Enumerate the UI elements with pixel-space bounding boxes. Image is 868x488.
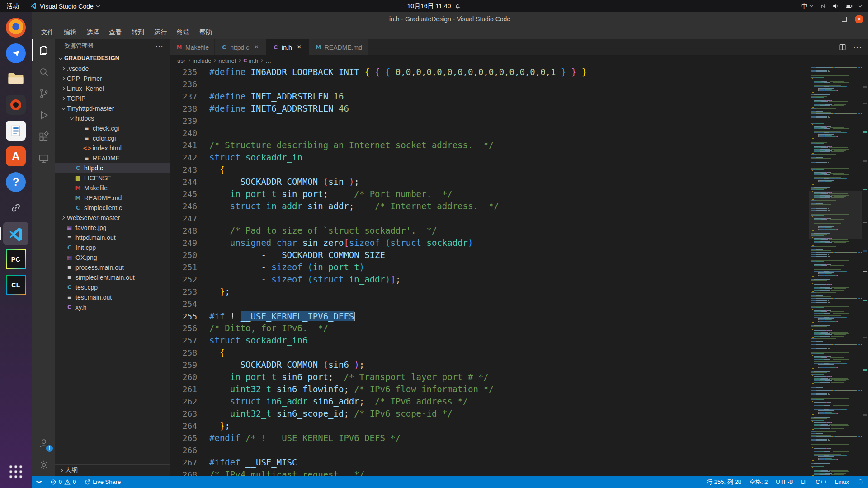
- settings-icon[interactable]: [32, 454, 55, 476]
- code-line-262[interactable]: 262 struct in6_addr sin6_addr; /* IPv6 a…: [170, 395, 809, 408]
- code-line-242[interactable]: 242struct sockaddr_in: [170, 151, 809, 164]
- language-mode[interactable]: C++: [811, 476, 831, 488]
- breadcrumb-item-2[interactable]: netinet: [218, 57, 236, 64]
- menubar-item-2[interactable]: 选择: [81, 26, 104, 39]
- code-line-240[interactable]: 240: [170, 127, 809, 139]
- maximize-button-icon[interactable]: [842, 17, 847, 22]
- tab-README.md[interactable]: MREADME.md: [309, 39, 368, 55]
- tree-item-OX.png[interactable]: ▦OX.png: [55, 253, 170, 263]
- breadcrumb-item-3[interactable]: Cin.h: [243, 57, 258, 64]
- tree-item-simpleclient.c[interactable]: Csimpleclient.c: [55, 203, 170, 213]
- files-icon[interactable]: [3, 67, 28, 91]
- run-debug-icon[interactable]: [32, 104, 55, 126]
- remote-explorer-icon[interactable]: [32, 148, 55, 169]
- tree-item-TCPIP[interactable]: TCPIP: [55, 94, 170, 103]
- code-line-241[interactable]: 241/* Structure describing an Internet s…: [170, 139, 809, 151]
- menubar-item-3[interactable]: 查看: [104, 26, 127, 39]
- volume-icon[interactable]: [832, 2, 840, 10]
- code-line-264[interactable]: 264 };: [170, 420, 809, 432]
- media-player-icon[interactable]: [3, 93, 28, 117]
- tree-item-Makefile[interactable]: MMakefile: [55, 183, 170, 193]
- tree-item-test.main.out[interactable]: ≡test.main.out: [55, 292, 170, 302]
- code-line-247[interactable]: 247: [170, 212, 809, 225]
- tree-item-Linux_Kernel[interactable]: Linux_Kernel: [55, 84, 170, 94]
- messenger-icon[interactable]: [3, 42, 28, 65]
- focused-app-menu[interactable]: Visual Studio Code: [25, 0, 105, 12]
- remote-button[interactable]: [32, 476, 46, 488]
- menubar-item-4[interactable]: 转到: [127, 26, 149, 39]
- code-line-258[interactable]: 258 {: [170, 347, 809, 359]
- network-icon[interactable]: [819, 2, 827, 10]
- more-actions-icon[interactable]: [156, 43, 164, 50]
- code-line-255[interactable]: 255#if ! __USE_KERNEL_IPV6_DEFS: [170, 310, 809, 322]
- code-line-252[interactable]: 252 - sizeof (struct in_addr)];: [170, 273, 809, 286]
- code-line-266[interactable]: 266: [170, 444, 809, 456]
- code-line-259[interactable]: 259 __SOCKADDR_COMMON (sin6_);: [170, 359, 809, 371]
- firefox-icon[interactable]: [3, 16, 28, 39]
- tree-item-xy.h[interactable]: Cxy.h: [55, 302, 170, 312]
- minimap[interactable]: [809, 66, 862, 476]
- editor-more-actions-icon[interactable]: [854, 43, 863, 52]
- tree-item-WebServer-master[interactable]: WebServer-master: [55, 213, 170, 223]
- system-menu-chevron-icon[interactable]: [859, 4, 863, 8]
- eol[interactable]: LF: [797, 476, 811, 488]
- clion-icon[interactable]: CL: [3, 273, 28, 297]
- code-line-238[interactable]: 238#define INET6_ADDRSTRLEN 46: [170, 103, 809, 115]
- tab-Makefile[interactable]: MMakefile: [170, 39, 215, 55]
- live-share-button[interactable]: Live Share: [80, 476, 125, 488]
- libreoffice-writer-icon[interactable]: [3, 119, 28, 142]
- code-line-236[interactable]: 236: [170, 78, 809, 90]
- tree-item-httpd.main.out[interactable]: ≡httpd.main.out: [55, 233, 170, 243]
- code-line-260[interactable]: 260 in_port_t sin6_port; /* Transport la…: [170, 371, 809, 383]
- os-indicator[interactable]: Linux: [831, 476, 853, 488]
- source-control-icon[interactable]: [32, 83, 55, 104]
- help-icon[interactable]: [3, 170, 28, 194]
- tree-item-process.main.out[interactable]: ≡process.main.out: [55, 263, 170, 272]
- code-line-249[interactable]: 249 unsigned char sin_zero[sizeof (struc…: [170, 237, 809, 249]
- code-line-267[interactable]: 267#ifdef __USE_MISC: [170, 456, 809, 469]
- tree-item-check.cgi[interactable]: ≡check.cgi: [55, 123, 170, 133]
- split-editor-icon[interactable]: [839, 43, 846, 51]
- code-line-246[interactable]: 246 struct in_addr sin_addr; /* Internet…: [170, 200, 809, 212]
- clock[interactable]: 10月16日 11:40: [407, 0, 461, 12]
- input-method-indicator[interactable]: 中: [801, 2, 814, 10]
- tree-item-httpd.c[interactable]: Chttpd.c: [55, 163, 170, 173]
- titlebar[interactable]: in.h - GraduateDesign - Visual Studio Co…: [32, 12, 868, 26]
- breadcrumb-item-4[interactable]: …: [265, 57, 271, 64]
- outline-section-header[interactable]: 大纲: [55, 464, 170, 476]
- tree-item-.vscode[interactable]: .vscode: [55, 64, 170, 74]
- search-icon[interactable]: [32, 61, 55, 83]
- code-line-243[interactable]: 243 {: [170, 164, 809, 176]
- activities-button[interactable]: 活动: [0, 0, 25, 12]
- tree-item-Tinyhttpd-master[interactable]: Tinyhttpd-master: [55, 103, 170, 113]
- code-line-245[interactable]: 245 in_port_t sin_port; /* Port number. …: [170, 188, 809, 200]
- minimize-button-icon[interactable]: [828, 19, 834, 19]
- code-line-265[interactable]: 265#endif /* ! __USE_KERNEL_IPV6_DEFS */: [170, 432, 809, 444]
- tree-item-index.html[interactable]: <>index.html: [55, 143, 170, 153]
- tab-httpd.c[interactable]: Chttpd.c: [215, 39, 266, 55]
- menubar-item-7[interactable]: 帮助: [194, 26, 217, 39]
- link-icon[interactable]: [3, 196, 28, 220]
- tree-item-simpleclient.main.out[interactable]: ≡simpleclient.main.out: [55, 272, 170, 282]
- code-line-253[interactable]: 253 };: [170, 286, 809, 298]
- menubar-item-1[interactable]: 编辑: [59, 26, 81, 39]
- vscode-icon[interactable]: [3, 222, 28, 245]
- close-button-icon[interactable]: [855, 15, 863, 23]
- code-line-251[interactable]: 251 - sizeof (in_port_t): [170, 261, 809, 273]
- explorer-icon[interactable]: [32, 39, 55, 61]
- code-line-250[interactable]: 250 - __SOCKADDR_COMMON_SIZE: [170, 249, 809, 261]
- pycharm-icon[interactable]: PC: [3, 248, 28, 271]
- notifications-button[interactable]: [853, 476, 868, 488]
- close-icon[interactable]: [296, 44, 303, 51]
- code-line-256[interactable]: 256/* Ditto, for IPv6. */: [170, 322, 809, 334]
- tree-item-color.cgi[interactable]: ≡color.cgi: [55, 133, 170, 143]
- tree-item-CPP_Primer[interactable]: CPP_Primer: [55, 74, 170, 84]
- code-line-263[interactable]: 263 uint32_t sin6_scope_id; /* IPv6 scop…: [170, 408, 809, 420]
- tree-item-README[interactable]: ≡README: [55, 153, 170, 163]
- indentation[interactable]: 空格: 2: [745, 476, 772, 488]
- breadcrumb-item-1[interactable]: include: [193, 57, 211, 64]
- tree-item-htdocs[interactable]: htdocs: [55, 113, 170, 123]
- code-line-239[interactable]: 239: [170, 115, 809, 127]
- project-section-header[interactable]: GRADUATEDESIGN: [55, 53, 170, 64]
- cursor-position[interactable]: 行 255, 列 28: [703, 476, 745, 488]
